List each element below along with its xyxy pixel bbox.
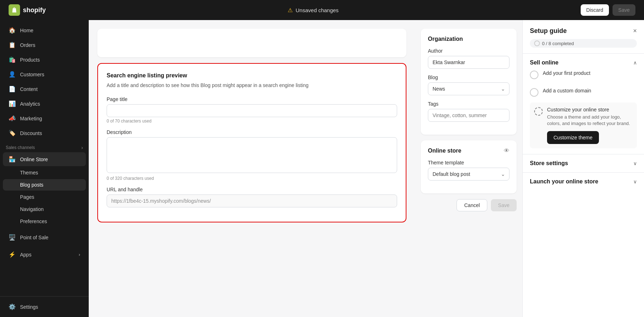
sidebar-item-point-of-sale[interactable]: 🖥️ Point of Sale	[3, 230, 86, 244]
sell-online-section-header[interactable]: Sell online ∧	[530, 59, 637, 66]
online-store-card-title: Online store	[428, 148, 461, 154]
shopify-bag-icon	[11, 7, 18, 13]
sales-channels-section: Sales channels ›	[0, 140, 89, 152]
sidebar-item-label: Online Store	[20, 157, 48, 162]
setup-header: Setup guide ×	[523, 20, 644, 39]
author-label: Author	[428, 48, 509, 54]
tags-label: Tags	[428, 101, 509, 107]
blog-select-wrapper: News Blog	[428, 82, 509, 95]
author-input[interactable]	[428, 56, 509, 69]
url-handle-input[interactable]	[107, 194, 397, 207]
page-title-label: Page title	[107, 96, 397, 102]
customize-store-label: Customize your online store	[547, 107, 633, 112]
setup-guide-title: Setup guide	[530, 27, 567, 35]
sidebar-item-settings[interactable]: ⚙️ Settings	[3, 300, 86, 314]
seo-card-title: Search engine listing preview	[107, 72, 397, 79]
sidebar-sub-item-pages[interactable]: Pages	[3, 191, 86, 203]
sidebar-item-marketing[interactable]: 📣 Marketing	[3, 111, 86, 125]
customize-theme-button[interactable]: Customize theme	[547, 131, 599, 144]
save-button-top[interactable]: Save	[613, 4, 635, 16]
sidebar-item-products[interactable]: 🛍️ Products	[3, 53, 86, 67]
topbar-right: Discard Save	[581, 4, 635, 16]
sidebar-sub-item-label: Blog posts	[20, 182, 43, 188]
sidebar-item-label: Home	[20, 28, 33, 33]
sidebar-item-discounts[interactable]: 🏷️ Discounts	[3, 126, 86, 140]
shopify-logo-text: shopify	[23, 6, 46, 14]
main-layout: 🏠 Home 📋 Orders 🛍️ Products 👤 Customers …	[0, 20, 644, 317]
sidebar-item-label: Products	[20, 57, 40, 63]
sidebar-item-analytics[interactable]: 📊 Analytics	[3, 97, 86, 111]
online-store-header: Online store 👁	[428, 148, 509, 154]
sidebar-sub-item-label: Pages	[20, 194, 34, 200]
url-handle-field-group: URL and handle	[107, 187, 397, 207]
sell-online-section: Sell online ∧ Add your first product Add…	[523, 53, 644, 154]
discard-button[interactable]: Discard	[581, 4, 609, 16]
topbar: shopify ⚠ Unsaved changes Discard Save	[0, 0, 644, 20]
sidebar-item-online-store[interactable]: 🏪 Online Store	[3, 152, 86, 166]
setup-guide-close-button[interactable]: ×	[633, 27, 637, 35]
blog-label: Blog	[428, 75, 509, 80]
sidebar-sub-item-themes[interactable]: Themes	[3, 167, 86, 178]
page-title-input[interactable]	[107, 104, 397, 117]
add-product-label: Add your first product	[543, 70, 590, 76]
launch-store-section-header[interactable]: Launch your online store ∨	[530, 178, 637, 185]
page-title-field-group: Page title 0 of 70 characters used	[107, 96, 397, 124]
custom-domain-circle-icon	[530, 88, 538, 97]
discounts-icon: 🏷️	[9, 130, 16, 136]
sidebar-item-orders[interactable]: 📋 Orders	[3, 38, 86, 52]
launch-store-section: Launch your online store ∨	[523, 172, 644, 191]
sidebar-sub-item-blog-posts[interactable]: Blog posts	[3, 179, 86, 191]
top-placeholder-card	[97, 29, 406, 57]
content-area: Search engine listing preview Add a titl…	[89, 20, 644, 317]
sidebar-item-content[interactable]: 📄 Content	[3, 82, 86, 96]
launch-store-chevron-down-icon: ∨	[633, 179, 637, 184]
shopify-logo-icon	[9, 4, 20, 16]
description-input[interactable]	[107, 137, 397, 173]
organization-title: Organization	[428, 36, 509, 42]
store-settings-section-header[interactable]: Store settings ∨	[530, 160, 637, 167]
store-settings-section: Store settings ∨	[523, 154, 644, 172]
theme-template-label: Theme template	[428, 160, 509, 165]
sell-online-chevron-up-icon: ∧	[633, 60, 637, 66]
sidebar-item-label: Apps	[20, 252, 31, 258]
right-panel-actions: Cancel Save	[421, 199, 517, 211]
save-button-bottom[interactable]: Save	[491, 199, 517, 211]
tags-field-group: Tags	[428, 101, 509, 122]
cancel-button[interactable]: Cancel	[457, 199, 487, 211]
description-label: Description	[107, 129, 397, 135]
setup-item-custom-domain-content: Add a custom domain	[543, 88, 591, 93]
progress-circle-icon	[534, 40, 540, 46]
seo-card-subtitle: Add a title and description to see how t…	[107, 82, 397, 89]
visibility-eye-icon[interactable]: 👁	[504, 148, 509, 154]
topbar-left: shopify	[9, 4, 46, 16]
sidebar-item-home[interactable]: 🏠 Home	[3, 23, 86, 37]
sidebar: 🏠 Home 📋 Orders 🛍️ Products 👤 Customers …	[0, 20, 89, 317]
sidebar-sub-item-label: Themes	[20, 170, 38, 176]
blog-select[interactable]: News Blog	[428, 82, 509, 95]
store-settings-title: Store settings	[530, 160, 568, 167]
sidebar-sub-item-preferences[interactable]: Preferences	[3, 216, 86, 227]
organization-card: Organization Author Blog News Blog	[421, 29, 517, 135]
online-store-card: Online store 👁 Theme template Default bl…	[421, 140, 517, 193]
sidebar-sub-item-navigation[interactable]: Navigation	[3, 203, 86, 215]
pos-icon: 🖥️	[9, 234, 16, 241]
tags-input[interactable]	[428, 109, 509, 122]
sidebar-item-customers[interactable]: 👤 Customers	[3, 67, 86, 81]
setup-item-add-product: Add your first product	[530, 66, 637, 83]
theme-template-field-group: Theme template Default blog post	[428, 160, 509, 181]
online-store-icon: 🏪	[9, 156, 16, 163]
analytics-icon: 📊	[9, 100, 16, 107]
author-field-group: Author	[428, 48, 509, 69]
sidebar-item-label: Marketing	[20, 116, 42, 121]
setup-item-customize-store-content: Customize your online store Choose a the…	[547, 107, 633, 144]
apps-chevron-icon: ›	[79, 252, 80, 257]
products-icon: 🛍️	[9, 56, 16, 63]
sales-channels-label: Sales channels	[6, 145, 35, 150]
url-handle-label: URL and handle	[107, 187, 397, 192]
theme-template-select[interactable]: Default blog post	[428, 168, 509, 181]
setup-item-add-product-content: Add your first product	[543, 70, 590, 76]
sidebar-item-apps[interactable]: ⚡ Apps ›	[3, 248, 86, 261]
custom-domain-label: Add a custom domain	[543, 88, 591, 93]
setup-item-customize-store: Customize your online store Choose a the…	[530, 102, 637, 148]
sidebar-item-label: Content	[20, 86, 38, 92]
